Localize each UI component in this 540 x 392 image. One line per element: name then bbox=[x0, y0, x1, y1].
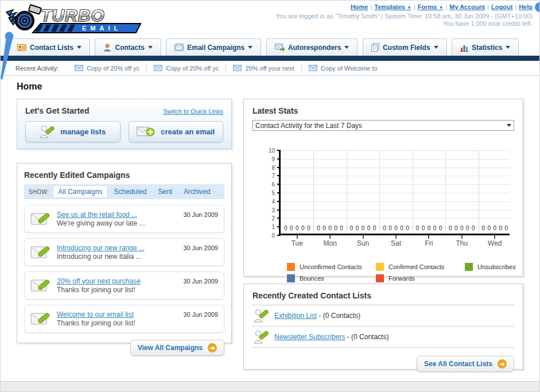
nav-tab-autoresponders[interactable]: Autoresponders bbox=[266, 38, 358, 56]
stats-period-select[interactable]: Contact Activity for the Last 7 Days bbox=[252, 120, 514, 131]
recent-activity-item[interactable]: Copy of Welcome to bbox=[302, 64, 384, 73]
header: TURBO EMAIL Home|Templates ▼|Forms ▼|M bbox=[1, 1, 540, 35]
campaign-title-link[interactable]: 20% off your next purchase bbox=[57, 277, 141, 286]
data-value-label: 0 bbox=[350, 225, 353, 231]
chevron-down-icon: ▼ bbox=[438, 5, 443, 10]
y-tick-label: 7 bbox=[271, 173, 275, 179]
person-icon bbox=[103, 44, 111, 52]
recently-edited-campaigns-panel: Recently Edited Campaigns SHOW: All Camp… bbox=[17, 163, 232, 343]
stats-period-value: Contact Activity for the Last 7 Days bbox=[255, 122, 362, 130]
y-tick-label: 6 bbox=[271, 181, 275, 188]
link-forms[interactable]: Forms ▼ bbox=[418, 3, 444, 10]
envelope-icon bbox=[75, 65, 83, 71]
contact-list-item[interactable]: Newsletter Subscribers - (0 Contacts) bbox=[252, 326, 514, 348]
link-help[interactable]: Help bbox=[519, 3, 533, 10]
recent-activity-item[interactable]: Copy of 20% off yc bbox=[68, 64, 147, 73]
x-day-label: Mon bbox=[323, 239, 336, 247]
campaign-title-link[interactable]: Introducing our new range ... bbox=[57, 244, 145, 253]
data-value-label: 0 bbox=[301, 225, 305, 231]
data-value-label: 0 bbox=[296, 225, 299, 231]
link-my-account[interactable]: My Account bbox=[449, 3, 485, 10]
see-all-contact-lists-button[interactable]: See All Contact Lists ➜ bbox=[417, 356, 514, 372]
contact-list-count: - (0 Contacts) bbox=[318, 312, 360, 320]
campaign-item[interactable]: Introducing our new range ... Introducin… bbox=[24, 238, 224, 266]
envelope-icon bbox=[233, 65, 242, 71]
y-tick bbox=[277, 192, 281, 193]
y-tick bbox=[277, 150, 281, 151]
data-value-label: 0 bbox=[406, 225, 409, 231]
legend-item: Unsubscribes bbox=[465, 263, 540, 271]
data-value-label: 0 bbox=[383, 225, 386, 231]
filter-tab-scheduled[interactable]: Scheduled bbox=[110, 186, 151, 197]
campaign-date: 30 Jun 2009 bbox=[183, 275, 218, 285]
filter-tab-archived[interactable]: Archived bbox=[179, 186, 215, 197]
data-value-label: 0 bbox=[460, 225, 464, 231]
chevron-down-icon bbox=[248, 46, 252, 49]
nav-tab-label: Autoresponders bbox=[288, 44, 341, 52]
recent-activity-item[interactable]: Copy of 20% off yc bbox=[147, 64, 226, 73]
v-gridline bbox=[347, 150, 347, 234]
nav-tab-statistics[interactable]: Statistics bbox=[452, 38, 519, 56]
manage-lists-button[interactable]: manage lists bbox=[25, 121, 121, 142]
contact-list-link[interactable]: Newsletter Subscribers bbox=[274, 333, 345, 341]
y-tick-label: 9 bbox=[271, 156, 275, 162]
nav-tab-contacts[interactable]: Contacts bbox=[95, 38, 161, 56]
data-value-label: 0 bbox=[400, 225, 403, 231]
campaign-item[interactable]: Welcome to our email list Thanks for joi… bbox=[24, 305, 224, 333]
h-gridline bbox=[281, 193, 510, 193]
campaign-item[interactable]: 20% off your next purchase Thanks for jo… bbox=[24, 271, 224, 300]
x-day-label: Fri bbox=[425, 239, 433, 247]
h-gridline bbox=[281, 168, 510, 168]
view-all-campaigns-button[interactable]: View All Campaigns ➜ bbox=[130, 340, 224, 356]
link-logout[interactable]: Logout bbox=[491, 3, 512, 10]
nav-tab-contact-lists[interactable]: Contact Lists bbox=[9, 38, 90, 56]
campaign-title-link[interactable]: Welcome to our email list bbox=[57, 311, 135, 319]
y-tick-label: 10 bbox=[269, 148, 275, 154]
legend-swatch bbox=[465, 263, 473, 271]
logo-subtitle-text: EMAIL bbox=[82, 25, 122, 32]
campaign-subtitle: Thanks for joining our list! bbox=[57, 319, 135, 328]
v-gridline bbox=[313, 150, 314, 234]
contact-list-item[interactable]: Exhibition List - (0 Contacts) bbox=[252, 305, 514, 326]
filter-tab-sent[interactable]: Sent bbox=[153, 186, 177, 197]
create-email-button[interactable]: create an email bbox=[129, 121, 224, 142]
legend-label: Confirmed Contacts bbox=[389, 263, 444, 270]
campaign-date: 30 Jun 2009 bbox=[183, 209, 218, 218]
create-email-label: create an email bbox=[161, 127, 215, 136]
y-tick-label: 2 bbox=[271, 215, 275, 222]
nav-tab-custom-fields[interactable]: Custom Fields bbox=[363, 38, 447, 56]
legend-item: Forwards bbox=[376, 274, 465, 282]
y-tick bbox=[277, 184, 281, 185]
recently-created-contact-lists-panel: Recently Created Contact Lists Exhibitio… bbox=[243, 284, 523, 370]
credits-status: You have 1,000 total credits left. bbox=[276, 20, 533, 27]
data-value-label: 0 bbox=[422, 225, 425, 231]
chart-legend: Unconfirmed ContactsConfirmed ContactsUn… bbox=[287, 263, 514, 282]
x-tick bbox=[494, 235, 495, 239]
data-value-label: 0 bbox=[472, 225, 475, 231]
data-value-label: 0 bbox=[373, 225, 376, 231]
link-home[interactable]: Home bbox=[351, 3, 368, 10]
contact-list-items: Exhibition List - (0 Contacts) Newslette… bbox=[252, 305, 514, 348]
filter-tab-all-campaigns[interactable]: All Campaigns bbox=[53, 186, 107, 197]
nav-tab-email-campaigns[interactable]: Email Campaigns bbox=[166, 38, 261, 56]
data-value-label: 0 bbox=[334, 225, 337, 231]
main-content: Home Let's Get Started Switch to Quick L… bbox=[1, 76, 540, 370]
campaign-title-link[interactable]: See us at the retail food ... bbox=[57, 211, 145, 219]
recent-activity-item[interactable]: 20% off your next bbox=[226, 64, 301, 73]
nav-tab-label: Statistics bbox=[472, 44, 502, 52]
contact-list-link[interactable]: Exhibition List bbox=[274, 312, 317, 320]
h-gridline bbox=[281, 176, 510, 176]
campaign-item[interactable]: See us at the retail food ... We're givi… bbox=[24, 205, 224, 233]
data-value-label: 0 bbox=[428, 225, 431, 231]
data-value-label: 0 bbox=[494, 225, 497, 231]
y-tick bbox=[277, 201, 281, 202]
content-frame: TURBO EMAIL Home|Templates ▼|Forms ▼|M bbox=[1, 1, 540, 382]
switch-to-quick-links[interactable]: Switch to Quick Links bbox=[163, 108, 223, 115]
show-label: SHOW: bbox=[29, 189, 49, 195]
x-tick bbox=[297, 235, 298, 239]
campaign-date: 30 Jun 2009 bbox=[183, 309, 218, 318]
link-templates[interactable]: Templates ▼ bbox=[374, 3, 411, 10]
main-navigation: Contact Lists Contacts Email Campaigns bbox=[1, 35, 540, 56]
logo-title-text: TURBO bbox=[41, 6, 105, 25]
v-gridline bbox=[479, 150, 479, 234]
